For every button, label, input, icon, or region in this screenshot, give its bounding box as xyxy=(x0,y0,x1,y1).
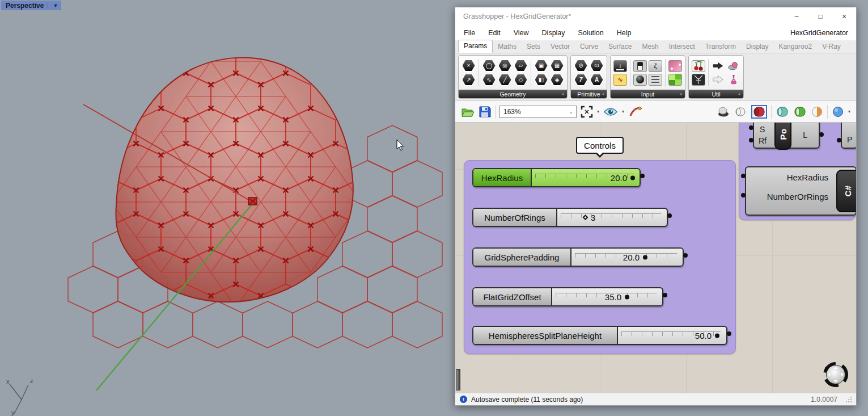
group-label-util[interactable]: Util ＋ xyxy=(689,90,743,98)
slider-track[interactable]: 3 xyxy=(557,209,667,226)
menu-file[interactable]: File xyxy=(464,29,475,37)
tab-display[interactable]: Display xyxy=(741,41,773,53)
preview-wireframe-icon[interactable] xyxy=(734,106,747,117)
close-button[interactable]: × xyxy=(832,7,856,26)
minimize-button[interactable]: – xyxy=(785,7,808,26)
menu-display[interactable]: Display xyxy=(542,29,565,37)
tab-vector[interactable]: Vector xyxy=(545,41,575,53)
title-bar[interactable]: Grasshopper - HexGridGenerator* – □ × xyxy=(455,7,856,26)
point-param-icon[interactable]: ◇ xyxy=(514,74,528,86)
display-dropdown-caret[interactable]: ▾ xyxy=(848,109,850,114)
slider-track[interactable]: 50.0 xyxy=(618,327,726,344)
preview-eye-icon[interactable] xyxy=(603,107,618,117)
output-nub-l[interactable] xyxy=(819,132,824,137)
md-slider-icon[interactable]: ζ xyxy=(649,60,662,72)
slider-knob[interactable] xyxy=(643,255,647,259)
script-component[interactable]: HexRadius NumberOrRings C# xyxy=(745,166,856,216)
save-file-icon[interactable] xyxy=(479,106,491,118)
image-sampler-icon[interactable] xyxy=(668,74,682,86)
slider-gridspherepadding[interactable]: GridSpherePadding 20.0 xyxy=(472,247,684,267)
slider-track[interactable]: 20.0 xyxy=(571,249,683,266)
tab-mesh[interactable]: Mesh xyxy=(637,41,663,53)
tab-vray[interactable]: V-Ray xyxy=(817,41,846,53)
slider-track[interactable]: 20.0 xyxy=(532,169,640,186)
menu-help[interactable]: Help xyxy=(617,29,632,37)
slider-output-nub[interactable] xyxy=(667,213,672,218)
group-label-tag[interactable]: Controls xyxy=(576,137,624,154)
slider-flatgridzoffset[interactable]: FlatGridZOffset 35.0 xyxy=(472,287,663,306)
number-slider-icon[interactable]: ↓ xyxy=(613,60,627,72)
geometry-param-icon[interactable]: × xyxy=(461,60,476,72)
preview-custom-green-icon[interactable] xyxy=(793,106,807,117)
subd-param-icon[interactable]: ◈ xyxy=(550,74,564,86)
line-param-icon[interactable]: ╱ xyxy=(498,74,512,86)
control-knob-icon[interactable] xyxy=(633,74,647,86)
menu-view[interactable]: View xyxy=(514,29,529,37)
zoom-dropdown-caret[interactable]: ▾ xyxy=(597,109,599,114)
plane-param-icon[interactable]: ▱ xyxy=(514,60,528,72)
populate-component[interactable]: S Rf Po L xyxy=(753,123,820,149)
expand-arrow-icon[interactable]: ＋ xyxy=(737,91,742,97)
zoom-level-combo[interactable]: 163% ⌄ xyxy=(499,106,577,118)
viewport-tab-perspective[interactable]: Perspective ▼ xyxy=(1,1,61,10)
slider-knob[interactable] xyxy=(630,175,635,180)
curve-param-icon[interactable]: ◎ xyxy=(498,60,512,72)
sketch-pen-icon[interactable] xyxy=(628,106,643,118)
script-capsule[interactable]: C# xyxy=(836,170,856,212)
preview-shaded-icon[interactable] xyxy=(753,107,765,117)
menu-solution[interactable]: Solution xyxy=(578,29,604,37)
group-label-geometry[interactable]: Geometry ＋ xyxy=(459,90,567,98)
box-param-icon[interactable]: ▣ xyxy=(534,60,548,72)
input-nub-s[interactable] xyxy=(749,125,753,130)
display-blue-sphere-icon[interactable] xyxy=(832,106,844,117)
preview-custom-teal-icon[interactable] xyxy=(776,106,789,117)
value-list-icon[interactable] xyxy=(649,74,662,86)
open-file-icon[interactable] xyxy=(461,106,475,118)
data-dam-icon[interactable] xyxy=(712,60,725,72)
viewport-tab-dropdown-icon[interactable]: ▼ xyxy=(48,3,61,9)
input-nub-hexradius[interactable] xyxy=(741,174,746,178)
text-param-icon[interactable]: A xyxy=(590,74,604,86)
slider-output-nub[interactable] xyxy=(663,293,667,297)
galapagos-icon[interactable] xyxy=(692,74,705,86)
group-label-primitive[interactable]: Primitive ＋ xyxy=(571,90,607,98)
graph-mapper-icon[interactable]: ∿ xyxy=(613,74,627,86)
data-recorder-icon[interactable] xyxy=(727,60,740,72)
slider-hemispheressplitplaneheight[interactable]: HemispheresSplitPlaneHeight 50.0 xyxy=(472,326,727,345)
slider-numberofrings[interactable]: NumberOfRings 3 xyxy=(472,208,668,227)
tab-params[interactable]: Params xyxy=(458,40,493,53)
integer-param-icon[interactable]: 7 xyxy=(574,74,588,86)
gradient-icon[interactable] xyxy=(668,60,682,72)
slider-output-nub[interactable] xyxy=(640,174,645,178)
slider-output-nub[interactable] xyxy=(683,253,688,258)
tab-kangaroo2[interactable]: Kangaroo2 xyxy=(773,41,817,53)
number-param-icon[interactable]: 0.1 xyxy=(590,60,604,72)
slider-knob[interactable] xyxy=(583,215,588,220)
expand-arrow-icon[interactable]: ＋ xyxy=(561,91,565,97)
preview-sphere-icon[interactable] xyxy=(811,106,823,117)
cherry-picker-icon[interactable] xyxy=(692,60,705,72)
maximize-button[interactable]: □ xyxy=(808,7,832,26)
group-label-input[interactable]: Input ＋ xyxy=(611,90,685,98)
slider-knob[interactable] xyxy=(715,333,719,338)
grasshopper-canvas[interactable]: Controls HexRadius 20.0 NumberOfRings xyxy=(455,123,856,393)
surface-param-icon[interactable]: ◧ xyxy=(534,74,548,86)
partial-component[interactable]: P xyxy=(841,123,856,149)
boolean-toggle-icon[interactable] xyxy=(633,60,647,72)
canvas-nav-ball[interactable] xyxy=(820,359,850,389)
expand-arrow-icon[interactable]: ＋ xyxy=(601,91,606,97)
relay-icon[interactable] xyxy=(712,74,725,86)
zoom-extents-icon[interactable] xyxy=(581,106,593,118)
resize-grip[interactable] xyxy=(845,396,852,402)
tab-surface[interactable]: Surface xyxy=(603,41,637,53)
input-nub-p[interactable] xyxy=(837,138,841,142)
boolean-param-icon[interactable]: ⊘ xyxy=(574,60,588,72)
slider-hexradius[interactable]: HexRadius 20.0 xyxy=(472,168,641,187)
trigger-icon[interactable] xyxy=(727,74,740,86)
menu-edit[interactable]: Edit xyxy=(488,29,501,37)
preview-off-icon[interactable] xyxy=(717,106,730,117)
tab-intersect[interactable]: Intersect xyxy=(664,41,700,53)
mesh-param-icon[interactable]: ▦ xyxy=(550,60,564,72)
tab-curve[interactable]: Curve xyxy=(575,41,603,53)
arc-param-icon[interactable]: ∿ xyxy=(482,74,496,86)
